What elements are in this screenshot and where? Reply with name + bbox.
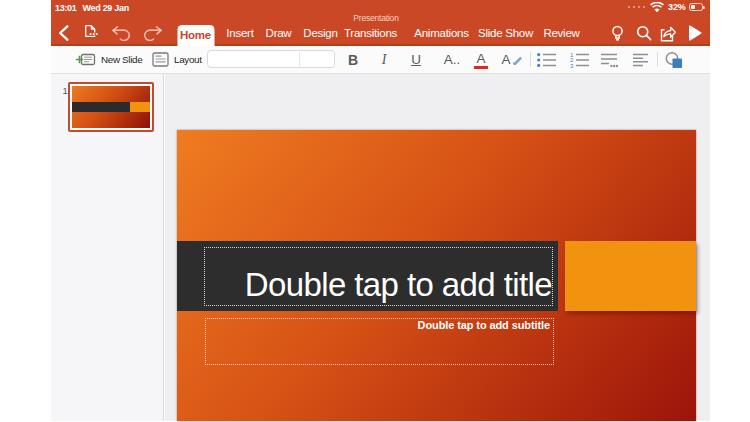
svg-text:3: 3 [570, 63, 574, 68]
